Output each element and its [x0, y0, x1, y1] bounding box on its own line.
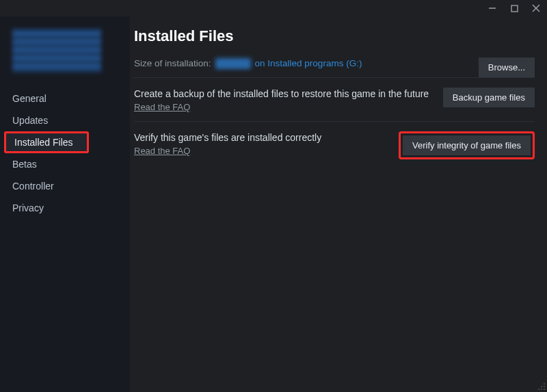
svg-point-4 — [544, 389, 545, 390]
sidebar: General Updates Installed Files Betas Co… — [0, 16, 130, 392]
verify-button-highlight: Verify integrity of game files — [399, 131, 535, 159]
game-logo — [0, 21, 130, 83]
svg-point-5 — [544, 386, 545, 387]
sidebar-item-installed-files[interactable]: Installed Files — [4, 131, 89, 153]
sidebar-item-controller[interactable]: Controller — [0, 175, 130, 197]
resize-grip-icon[interactable] — [537, 382, 546, 391]
window-close-button[interactable] — [531, 3, 542, 13]
verify-faq-link[interactable]: Read the FAQ — [134, 146, 190, 156]
svg-rect-1 — [511, 5, 518, 12]
svg-point-6 — [541, 389, 542, 390]
backup-section-title: Create a backup of the installed files t… — [134, 88, 433, 101]
install-size-label: Size of installation: — [134, 58, 211, 68]
backup-game-files-button[interactable]: Backup game files — [443, 88, 535, 107]
sidebar-item-privacy[interactable]: Privacy — [0, 197, 130, 219]
svg-point-7 — [544, 383, 545, 384]
install-drive-link[interactable]: on Installed programs (G:) — [255, 58, 362, 68]
sidebar-nav: General Updates Installed Files Betas Co… — [0, 83, 130, 223]
install-size-value-blurred — [215, 58, 251, 69]
window-minimize-button[interactable] — [487, 3, 498, 13]
verify-integrity-button[interactable]: Verify integrity of game files — [403, 135, 531, 155]
page-title: Installed Files — [134, 27, 535, 45]
sidebar-item-updates[interactable]: Updates — [0, 109, 130, 131]
browse-button[interactable]: Browse... — [479, 57, 535, 77]
sidebar-item-betas[interactable]: Betas — [0, 153, 130, 175]
content-pane: Installed Files Size of installation: on… — [130, 16, 547, 392]
svg-point-8 — [541, 386, 542, 387]
svg-point-9 — [538, 389, 539, 390]
sidebar-item-general[interactable]: General — [0, 88, 130, 109]
window-maximize-button[interactable] — [509, 3, 520, 13]
install-size-line: Size of installation: on Installed progr… — [134, 58, 362, 69]
backup-faq-link[interactable]: Read the FAQ — [134, 102, 190, 112]
verify-section-title: Verify this game's files are installed c… — [134, 131, 389, 144]
